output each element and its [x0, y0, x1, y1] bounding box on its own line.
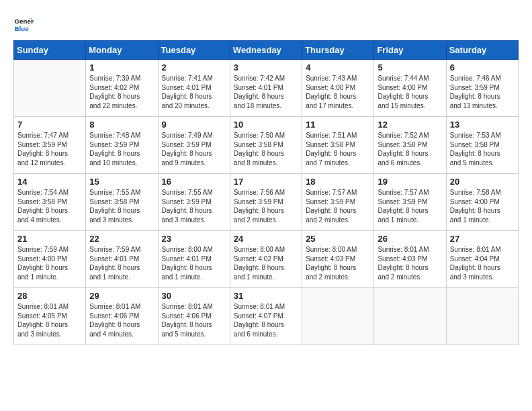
calendar-cell	[374, 288, 446, 345]
calendar-cell: 18Sunrise: 7:57 AMSunset: 3:59 PMDayligh…	[302, 174, 374, 231]
day-header-wednesday: Wednesday	[230, 41, 302, 60]
day-info: Sunrise: 7:56 AMSunset: 3:59 PMDaylight:…	[234, 188, 298, 224]
day-info: Sunrise: 7:57 AMSunset: 3:59 PMDaylight:…	[378, 188, 442, 224]
day-info: Sunrise: 8:01 AMSunset: 4:05 PMDaylight:…	[17, 302, 82, 338]
day-info: Sunrise: 7:53 AMSunset: 3:58 PMDaylight:…	[450, 131, 515, 167]
calendar-cell: 25Sunrise: 8:00 AMSunset: 4:03 PMDayligh…	[302, 231, 374, 288]
day-number: 12	[378, 120, 442, 130]
day-number: 9	[162, 120, 226, 130]
day-number: 7	[17, 120, 82, 130]
day-info: Sunrise: 7:49 AMSunset: 3:59 PMDaylight:…	[162, 131, 226, 167]
day-number: 28	[17, 291, 82, 301]
calendar-body: 1Sunrise: 7:39 AMSunset: 4:02 PMDaylight…	[14, 60, 519, 345]
calendar-cell: 15Sunrise: 7:55 AMSunset: 3:58 PMDayligh…	[86, 174, 158, 231]
calendar-cell: 29Sunrise: 8:01 AMSunset: 4:06 PMDayligh…	[86, 288, 158, 345]
calendar-cell: 4Sunrise: 7:43 AMSunset: 4:00 PMDaylight…	[302, 60, 374, 117]
day-info: Sunrise: 7:46 AMSunset: 3:59 PMDaylight:…	[450, 74, 515, 110]
calendar-header: SundayMondayTuesdayWednesdayThursdayFrid…	[14, 41, 519, 60]
day-number: 17	[234, 177, 298, 187]
calendar-cell: 6Sunrise: 7:46 AMSunset: 3:59 PMDaylight…	[446, 60, 518, 117]
day-info: Sunrise: 7:48 AMSunset: 3:59 PMDaylight:…	[89, 131, 154, 167]
calendar-cell: 13Sunrise: 7:53 AMSunset: 3:58 PMDayligh…	[446, 117, 518, 174]
calendar-cell: 12Sunrise: 7:52 AMSunset: 3:58 PMDayligh…	[374, 117, 446, 174]
calendar-table: SundayMondayTuesdayWednesdayThursdayFrid…	[13, 40, 519, 345]
day-info: Sunrise: 7:58 AMSunset: 4:00 PMDaylight:…	[450, 188, 515, 224]
day-header-monday: Monday	[86, 41, 158, 60]
calendar-cell: 5Sunrise: 7:44 AMSunset: 4:00 PMDaylight…	[374, 60, 446, 117]
day-number: 20	[450, 177, 515, 187]
day-info: Sunrise: 8:01 AMSunset: 4:07 PMDaylight:…	[234, 302, 298, 338]
day-number: 3	[234, 62, 298, 73]
day-number: 5	[378, 62, 442, 73]
calendar-cell: 8Sunrise: 7:48 AMSunset: 3:59 PMDaylight…	[86, 117, 158, 174]
day-header-thursday: Thursday	[302, 41, 374, 60]
calendar-week-3: 14Sunrise: 7:54 AMSunset: 3:58 PMDayligh…	[14, 174, 519, 231]
calendar-cell: 9Sunrise: 7:49 AMSunset: 3:59 PMDaylight…	[158, 117, 230, 174]
day-number: 18	[306, 177, 370, 187]
day-number: 10	[234, 120, 298, 130]
day-number: 11	[306, 120, 370, 130]
day-number: 22	[89, 234, 154, 244]
calendar-cell: 19Sunrise: 7:57 AMSunset: 3:59 PMDayligh…	[374, 174, 446, 231]
day-number: 15	[89, 177, 154, 187]
day-info: Sunrise: 7:41 AMSunset: 4:01 PMDaylight:…	[162, 74, 226, 110]
day-number: 6	[450, 62, 515, 73]
day-info: Sunrise: 8:01 AMSunset: 4:06 PMDaylight:…	[162, 302, 226, 338]
day-number: 23	[162, 234, 226, 244]
day-number: 21	[17, 234, 82, 244]
calendar-cell: 30Sunrise: 8:01 AMSunset: 4:06 PMDayligh…	[158, 288, 230, 345]
day-info: Sunrise: 7:44 AMSunset: 4:00 PMDaylight:…	[378, 74, 442, 110]
day-info: Sunrise: 7:52 AMSunset: 3:58 PMDaylight:…	[378, 131, 442, 167]
calendar-cell: 22Sunrise: 7:59 AMSunset: 4:01 PMDayligh…	[86, 231, 158, 288]
day-header-sunday: Sunday	[14, 41, 86, 60]
calendar-cell: 31Sunrise: 8:01 AMSunset: 4:07 PMDayligh…	[230, 288, 302, 345]
day-number: 29	[89, 291, 154, 301]
day-number: 19	[378, 177, 442, 187]
day-number: 2	[162, 62, 226, 73]
day-number: 16	[162, 177, 226, 187]
day-info: Sunrise: 7:59 AMSunset: 4:00 PMDaylight:…	[17, 245, 82, 281]
calendar-cell: 14Sunrise: 7:54 AMSunset: 3:58 PMDayligh…	[14, 174, 86, 231]
calendar-cell: 26Sunrise: 8:01 AMSunset: 4:03 PMDayligh…	[374, 231, 446, 288]
svg-text:Blue: Blue	[15, 25, 30, 32]
logo: General Blue	[13, 13, 36, 34]
calendar-week-2: 7Sunrise: 7:47 AMSunset: 3:59 PMDaylight…	[14, 117, 519, 174]
day-number: 27	[450, 234, 515, 244]
calendar-cell: 1Sunrise: 7:39 AMSunset: 4:02 PMDaylight…	[86, 60, 158, 117]
calendar-cell: 23Sunrise: 8:00 AMSunset: 4:01 PMDayligh…	[158, 231, 230, 288]
day-number: 24	[234, 234, 298, 244]
day-info: Sunrise: 7:55 AMSunset: 3:58 PMDaylight:…	[89, 188, 154, 224]
day-info: Sunrise: 7:42 AMSunset: 4:01 PMDaylight:…	[234, 74, 298, 110]
day-info: Sunrise: 7:51 AMSunset: 3:58 PMDaylight:…	[306, 131, 370, 167]
day-info: Sunrise: 7:55 AMSunset: 3:59 PMDaylight:…	[162, 188, 226, 224]
day-info: Sunrise: 7:59 AMSunset: 4:01 PMDaylight:…	[89, 245, 154, 281]
day-info: Sunrise: 8:01 AMSunset: 4:03 PMDaylight:…	[378, 245, 442, 281]
calendar-cell: 2Sunrise: 7:41 AMSunset: 4:01 PMDaylight…	[158, 60, 230, 117]
header: General Blue	[13, 13, 519, 34]
day-info: Sunrise: 7:39 AMSunset: 4:02 PMDaylight:…	[89, 74, 154, 110]
calendar-cell	[14, 60, 86, 117]
day-info: Sunrise: 7:43 AMSunset: 4:00 PMDaylight:…	[306, 74, 370, 110]
day-number: 1	[89, 62, 154, 73]
calendar-cell: 21Sunrise: 7:59 AMSunset: 4:00 PMDayligh…	[14, 231, 86, 288]
day-number: 14	[17, 177, 82, 187]
day-number: 25	[306, 234, 370, 244]
days-header-row: SundayMondayTuesdayWednesdayThursdayFrid…	[14, 41, 519, 60]
day-info: Sunrise: 8:00 AMSunset: 4:02 PMDaylight:…	[234, 245, 298, 281]
calendar-cell: 28Sunrise: 8:01 AMSunset: 4:05 PMDayligh…	[14, 288, 86, 345]
calendar-week-5: 28Sunrise: 8:01 AMSunset: 4:05 PMDayligh…	[14, 288, 519, 345]
calendar-cell	[302, 288, 374, 345]
calendar-cell: 17Sunrise: 7:56 AMSunset: 3:59 PMDayligh…	[230, 174, 302, 231]
logo-icon: General Blue	[13, 13, 34, 34]
day-number: 30	[162, 291, 226, 301]
day-info: Sunrise: 8:01 AMSunset: 4:04 PMDaylight:…	[450, 245, 515, 281]
day-header-tuesday: Tuesday	[158, 41, 230, 60]
calendar-cell: 3Sunrise: 7:42 AMSunset: 4:01 PMDaylight…	[230, 60, 302, 117]
calendar-cell	[446, 288, 518, 345]
day-number: 4	[306, 62, 370, 73]
calendar-week-1: 1Sunrise: 7:39 AMSunset: 4:02 PMDaylight…	[14, 60, 519, 117]
calendar-cell: 16Sunrise: 7:55 AMSunset: 3:59 PMDayligh…	[158, 174, 230, 231]
day-info: Sunrise: 8:00 AMSunset: 4:03 PMDaylight:…	[306, 245, 370, 281]
day-info: Sunrise: 7:50 AMSunset: 3:58 PMDaylight:…	[234, 131, 298, 167]
day-info: Sunrise: 8:00 AMSunset: 4:01 PMDaylight:…	[162, 245, 226, 281]
